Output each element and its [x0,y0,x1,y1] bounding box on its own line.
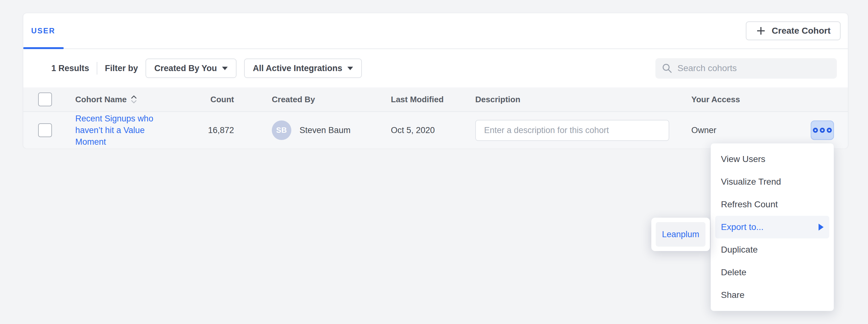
column-header-your-access: Your Access [668,95,787,104]
column-header-created-by: Created By [244,95,376,104]
menu-item-view-users[interactable]: View Users [715,148,829,171]
active-tab-underline [23,47,64,49]
create-cohort-button[interactable]: Create Cohort [746,22,841,40]
select-all-checkbox[interactable] [38,93,52,106]
description-input[interactable] [475,120,669,141]
submenu-item-leanplum[interactable]: Leanplum [656,222,706,247]
tab-bar: USER Create Cohort [23,13,848,49]
export-submenu: Leanplum [651,218,710,251]
integrations-dropdown-value: All Active Integrations [253,64,342,73]
tab-user[interactable]: USER [23,13,64,48]
table-header-row: Cohort Name Count Created By Last Modifi… [23,87,848,112]
created-by-dropdown-value: Created By You [154,64,217,73]
menu-item-export-to-label: Export to... [721,222,764,232]
menu-item-delete[interactable]: Delete [715,261,829,284]
menu-item-duplicate[interactable]: Duplicate [715,239,829,261]
create-cohort-label: Create Cohort [772,26,831,36]
menu-item-export-to[interactable]: Export to... [715,216,829,239]
count-value: 16,872 [184,125,244,135]
column-header-description: Description [464,95,668,104]
chevron-down-icon [222,67,228,70]
submenu-arrow-icon [818,224,824,230]
chevron-down-icon [347,67,353,70]
plus-icon [756,26,766,36]
filter-row: 1 Results Filter by Created By You All A… [23,49,848,87]
cohort-name-link[interactable]: Recent Signups who haven’t hit a Value M… [75,113,157,148]
ellipsis-icon [827,128,832,133]
results-count: 1 Results [51,64,89,73]
search-cohorts-box[interactable] [655,58,837,79]
search-input[interactable] [678,63,831,73]
tab-user-label: USER [31,27,56,35]
column-header-cohort-name[interactable]: Cohort Name [61,94,184,104]
more-actions-button[interactable] [811,120,834,140]
created-by-name: Steven Baum [300,125,350,135]
vertical-divider [97,62,97,75]
created-by-dropdown[interactable]: Created By You [146,59,237,78]
column-header-last-modified: Last Modified [376,95,464,104]
row-checkbox[interactable] [38,123,52,137]
search-icon [662,63,673,74]
ellipsis-icon [813,128,818,133]
cohorts-card: USER Create Cohort 1 Results Filter by C… [23,13,848,148]
last-modified-value: Oct 5, 2020 [376,125,464,135]
menu-item-visualize-trend[interactable]: Visualize Trend [715,171,829,193]
menu-item-share[interactable]: Share [715,284,829,307]
integrations-dropdown[interactable]: All Active Integrations [244,59,362,78]
access-value: Owner [668,125,787,135]
ellipsis-icon [820,128,825,133]
context-menu: View Users Visualize Trend Refresh Count… [711,143,834,311]
menu-item-refresh-count[interactable]: Refresh Count [715,193,829,216]
sort-chevrons-icon [130,94,137,104]
avatar: SB [272,120,291,140]
filter-by-label: Filter by [105,64,138,73]
column-header-count: Count [184,95,244,104]
